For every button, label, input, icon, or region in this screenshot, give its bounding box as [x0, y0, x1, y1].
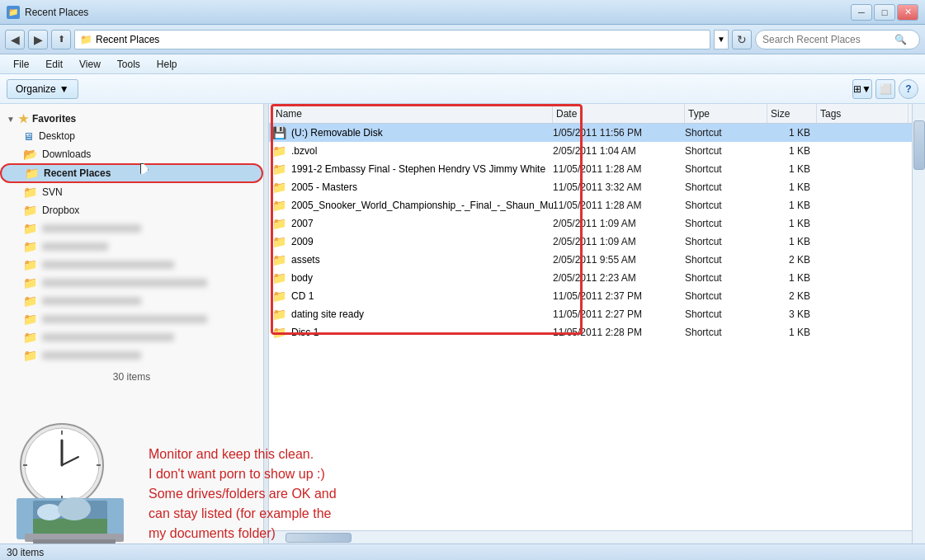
annotation-line1: Monitor and keep this clean. I don't wan…	[149, 447, 337, 540]
file-type-cell: Shortcut	[685, 236, 767, 247]
file-size-cell: 2 KB	[767, 290, 817, 302]
downloads-folder-icon: 📂	[23, 148, 37, 161]
menu-view[interactable]: View	[73, 57, 107, 72]
sidebar-item-label-downloads: Downloads	[42, 148, 91, 160]
vscroll-thumb[interactable]	[913, 120, 925, 170]
file-size-cell: 1 KB	[767, 200, 817, 211]
table-row[interactable]: 📁 body 2/05/2011 2:23 AM Shortcut 1 KB	[269, 269, 912, 287]
restore-button[interactable]: □	[874, 4, 895, 21]
sidebar-item-desktop[interactable]: 🖥 Desktop	[0, 127, 263, 145]
file-date-cell: 2/05/2011 9:55 AM	[553, 254, 685, 266]
favorites-triangle: ▼	[7, 115, 15, 124]
table-row[interactable]: 📁 2005_Snooker_World_Championship_-_Fina…	[269, 196, 912, 214]
file-date-cell: 11/05/2011 1:28 AM	[553, 200, 685, 211]
file-date-cell: 11/05/2011 1:28 AM	[553, 163, 685, 175]
folder-icon: 📁	[272, 144, 286, 158]
file-size-cell: 1 KB	[767, 327, 817, 338]
col-header-type[interactable]: Type	[685, 104, 767, 123]
sidebar-item-label-svn: SVN	[42, 186, 63, 198]
dropbox-folder-icon: 📁	[23, 204, 37, 217]
blurred-label-2	[42, 242, 108, 251]
back-button[interactable]: ◀	[5, 30, 25, 49]
blurred-label-4	[42, 279, 207, 287]
pane-button[interactable]: ⬜	[875, 79, 895, 99]
sidebar-blurred-4[interactable]: 📁	[0, 274, 263, 292]
search-box[interactable]: 🔍	[755, 30, 920, 49]
search-input[interactable]	[762, 34, 894, 45]
forward-button[interactable]: ▶	[28, 30, 48, 49]
sidebar-blurred-7[interactable]: 📁	[0, 328, 263, 346]
minimize-button[interactable]: ─	[851, 4, 872, 21]
table-row[interactable]: 📁 CD 1 11/05/2011 2:37 PM Shortcut 2 KB	[269, 287, 912, 305]
path-dropdown-button[interactable]: ▼	[714, 30, 729, 49]
sidebar-item-svn[interactable]: 📁 SVN	[0, 183, 263, 201]
window-icon: 📁	[7, 6, 20, 19]
file-name-text: (U:) Removable Disk	[291, 127, 383, 139]
menu-edit[interactable]: Edit	[39, 57, 69, 72]
favorites-header[interactable]: ▼ ★ Favorites	[0, 111, 263, 127]
table-row[interactable]: 💾 (U:) Removable Disk 1/05/2011 11:56 PM…	[269, 124, 912, 142]
folder-icon: 📁	[272, 253, 286, 266]
table-row[interactable]: 📁 2007 2/05/2011 1:09 AM Shortcut 1 KB	[269, 214, 912, 233]
sidebar-item-dropbox[interactable]: 📁 Dropbox	[0, 201, 263, 219]
blurred-label-3	[42, 261, 174, 269]
file-name-cell: 📁 .bzvol	[272, 144, 553, 158]
folder-icon: 📁	[272, 181, 286, 194]
table-row[interactable]: 📁 2005 - Masters 11/05/2011 3:32 AM Shor…	[269, 178, 912, 196]
table-row[interactable]: 📁 Disc 1 11/05/2011 2:28 PM Shortcut 1 K…	[269, 323, 912, 341]
file-name-text: Disc 1	[291, 327, 319, 338]
sidebar-item-count: 30 items	[0, 368, 263, 386]
file-size-cell: 1 KB	[767, 218, 817, 229]
sidebar-blurred-2[interactable]: 📁	[0, 238, 263, 256]
file-type-cell: Shortcut	[685, 127, 767, 139]
file-type-cell: Shortcut	[685, 290, 767, 302]
file-size-cell: 1 KB	[767, 145, 817, 157]
col-header-tags[interactable]: Tags	[817, 104, 908, 123]
status-bar: 30 items	[0, 544, 925, 560]
file-type-cell: Shortcut	[685, 200, 767, 211]
file-type-cell: Shortcut	[685, 181, 767, 193]
table-row[interactable]: 📁 2009 2/05/2011 1:09 AM Shortcut 1 KB	[269, 233, 912, 251]
col-header-date[interactable]: Date	[553, 104, 685, 123]
file-size-cell: 2 KB	[767, 254, 817, 266]
sidebar-item-recent-places[interactable]: 📁 Recent Places	[0, 163, 263, 183]
vertical-scrollbar[interactable]	[912, 104, 925, 544]
close-button[interactable]: ✕	[897, 4, 918, 21]
path-text: Recent Places	[96, 34, 159, 45]
sidebar-item-label-desktop: Desktop	[39, 130, 75, 142]
blurred-folder-icon-2: 📁	[23, 240, 37, 253]
refresh-button[interactable]: ↻	[732, 30, 752, 49]
blurred-label-5	[42, 297, 141, 305]
menu-file[interactable]: File	[7, 57, 35, 72]
blurred-folder-icon-5: 📁	[23, 294, 37, 308]
file-name-text: .bzvol	[291, 145, 317, 157]
table-row[interactable]: 📁 assets 2/05/2011 9:55 AM Shortcut 2 KB	[269, 251, 912, 269]
sidebar-blurred-5[interactable]: 📁	[0, 292, 263, 310]
favorites-section: ▼ ★ Favorites 🖥 Desktop 📂 Downloads 📁 Re…	[0, 111, 263, 365]
sidebar-item-downloads[interactable]: 📂 Downloads	[0, 145, 263, 163]
table-row[interactable]: 📁 dating site ready 11/05/2011 2:27 PM S…	[269, 305, 912, 323]
menu-help[interactable]: Help	[150, 57, 184, 72]
sidebar-blurred-1[interactable]: 📁	[0, 219, 263, 238]
help-button[interactable]: ?	[899, 79, 918, 99]
up-button[interactable]: ⬆	[51, 30, 71, 49]
table-row[interactable]: 📁 .bzvol 2/05/2011 1:04 AM Shortcut 1 KB	[269, 142, 912, 160]
sidebar-blurred-6[interactable]: 📁	[0, 310, 263, 328]
table-row[interactable]: 📁 1991-2 Embassy Final - Stephen Hendry …	[269, 160, 912, 178]
file-name-text: 2009	[291, 236, 314, 247]
blurred-folder-icon-3: 📁	[23, 258, 37, 271]
file-name-text: CD 1	[291, 290, 314, 302]
file-date-cell: 1/05/2011 11:56 PM	[553, 127, 685, 139]
column-headers: Name Date Type Size Tags	[269, 104, 912, 124]
sidebar-blurred-3[interactable]: 📁	[0, 256, 263, 274]
blurred-folder-icon-1: 📁	[23, 222, 37, 235]
col-header-name[interactable]: Name	[272, 104, 553, 123]
view-toggle-button[interactable]: ⊞▼	[852, 79, 872, 99]
blurred-label-1	[42, 224, 141, 233]
file-name-cell: 📁 CD 1	[272, 289, 553, 303]
col-header-size[interactable]: Size	[767, 104, 817, 123]
menu-tools[interactable]: Tools	[111, 57, 147, 72]
organize-button[interactable]: Organize ▼	[7, 79, 78, 99]
sidebar-blurred-8[interactable]: 📁	[0, 346, 263, 365]
address-path[interactable]: 📁 Recent Places	[74, 30, 710, 49]
